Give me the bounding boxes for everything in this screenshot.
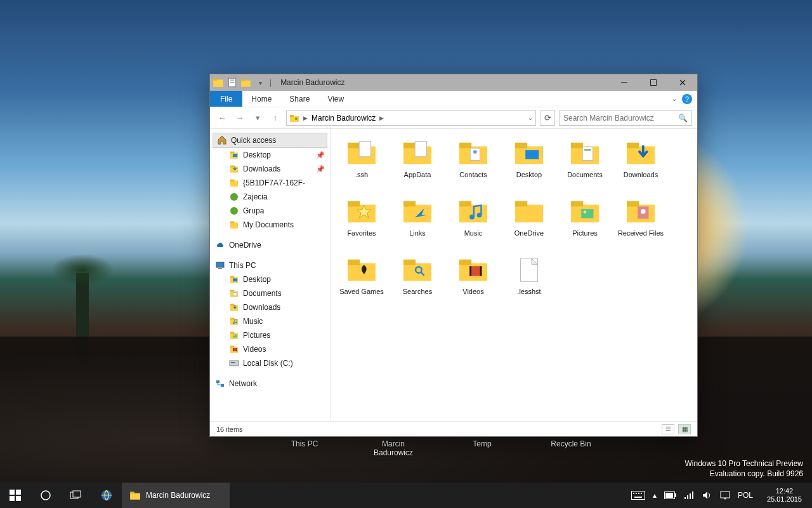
nav-this-pc[interactable]: This PC — [210, 258, 330, 272]
svg-rect-114 — [634, 497, 642, 498]
nav-this-pc-item[interactable]: Documents — [210, 286, 330, 300]
nav-back-button[interactable]: ← — [215, 111, 229, 125]
nav-this-pc-item[interactable]: Videos — [210, 342, 330, 356]
nav-this-pc-item[interactable]: Music — [210, 314, 330, 328]
svg-rect-23 — [216, 262, 224, 267]
nav-quick-access[interactable]: Quick access — [213, 133, 327, 148]
svg-rect-78 — [515, 204, 543, 222]
breadcrumb-separator-icon[interactable]: ▶ — [379, 115, 384, 121]
nav-network[interactable]: Network — [210, 377, 330, 391]
svg-rect-82 — [581, 209, 593, 218]
address-bar[interactable]: ▶ Marcin Badurowicz ▶ ⌄ — [286, 110, 536, 126]
folder-item[interactable]: Favorites — [334, 194, 389, 251]
search-input[interactable]: Search Marcin Badurowicz 🔍 — [559, 110, 692, 126]
touch-keyboard-icon[interactable] — [631, 491, 645, 500]
qat-new-folder-icon[interactable] — [240, 77, 252, 88]
svg-rect-89 — [348, 260, 360, 265]
folder-item[interactable]: Links — [390, 194, 445, 251]
desktop-icon-recycle-bin[interactable]: Recycle Bin — [546, 439, 596, 457]
refresh-button[interactable]: ⟳ — [540, 110, 555, 126]
svg-rect-111 — [636, 493, 637, 494]
task-view-button[interactable] — [61, 483, 91, 508]
nav-forward-button[interactable]: → — [233, 111, 247, 125]
cortana-search-button[interactable] — [30, 483, 61, 508]
nav-recent-button[interactable]: ▾ — [251, 111, 265, 125]
battery-icon[interactable] — [664, 491, 677, 499]
volume-icon[interactable] — [702, 491, 712, 500]
svg-rect-75 — [459, 201, 471, 207]
start-button[interactable] — [0, 483, 30, 508]
tab-home[interactable]: Home — [242, 91, 280, 107]
folder-item[interactable]: .lesshst — [502, 252, 556, 309]
tab-share[interactable]: Share — [280, 91, 318, 107]
nav-this-pc-item[interactable]: Downloads — [210, 300, 330, 314]
nav-quick-access-item[interactable]: {5B1DF7A7-162F- — [210, 176, 330, 190]
svg-rect-69 — [627, 143, 639, 149]
qat-properties-icon[interactable] — [226, 77, 238, 88]
minimize-button[interactable] — [610, 74, 639, 91]
nav-this-pc-item[interactable]: Pictures — [210, 328, 330, 342]
view-details-button[interactable]: ☰ — [662, 424, 674, 434]
svg-rect-91 — [403, 260, 416, 265]
nav-quick-access-item[interactable]: My Documents — [210, 218, 330, 232]
folder-item[interactable]: Videos — [446, 252, 501, 309]
desktop-icon-this-pc[interactable]: This PC — [279, 439, 330, 457]
help-icon[interactable]: ? — [682, 94, 692, 104]
svg-rect-8 — [651, 80, 657, 86]
nav-quick-access-item[interactable]: Desktop📌 — [210, 148, 330, 162]
svg-point-87 — [641, 209, 646, 214]
content-pane[interactable]: .sshAppDataContactsDesktopDocumentsDownl… — [331, 129, 697, 421]
nav-quick-access-item[interactable]: Zajecia — [210, 190, 330, 204]
desktop-icon-user-folder[interactable]: Marcin Badurowicz — [368, 439, 419, 457]
folder-item[interactable]: Contacts — [446, 135, 501, 192]
network-wifi-icon[interactable] — [684, 491, 695, 499]
taskbar-app-explorer-active[interactable]: Marcin Badurowicz — [122, 483, 230, 508]
tray-overflow-icon[interactable]: ▴ — [653, 491, 657, 500]
svg-rect-122 — [721, 491, 730, 498]
breadcrumb[interactable]: Marcin Badurowicz — [311, 114, 376, 123]
input-language-indicator[interactable]: POL — [738, 491, 753, 500]
nav-quick-access-item[interactable]: Grupa — [210, 204, 330, 218]
svg-rect-7 — [621, 82, 627, 83]
nav-this-pc-item[interactable]: Desktop — [210, 272, 330, 286]
received-icon — [625, 196, 656, 227]
breadcrumb-separator-icon[interactable]: ▶ — [303, 115, 308, 121]
action-center-icon[interactable] — [720, 491, 730, 500]
desktop-icon — [229, 274, 239, 284]
qat-customize-icon[interactable]: ▾ — [254, 77, 266, 88]
folder-item[interactable]: OneDrive — [502, 194, 556, 251]
this-pc-icon — [215, 260, 225, 271]
nav-onedrive[interactable]: OneDrive — [210, 238, 330, 252]
folder-item[interactable]: Saved Games — [334, 252, 389, 309]
folder-item[interactable]: AppData — [390, 135, 445, 192]
folder-item[interactable]: Searches — [390, 252, 445, 309]
svg-point-19 — [230, 193, 238, 201]
nav-quick-access-item[interactable]: Downloads📌 — [210, 162, 330, 176]
title-bar[interactable]: ▾ | Marcin Badurowicz — [210, 74, 697, 91]
svg-point-20 — [230, 207, 238, 215]
svg-rect-4 — [230, 82, 235, 83]
folder-item[interactable]: Desktop — [502, 135, 556, 192]
view-large-icons-button[interactable]: ▦ — [678, 424, 691, 434]
desktop-icon-temp[interactable]: Temp — [457, 439, 508, 457]
navigation-pane[interactable]: Quick access Desktop📌Downloads📌{5B1DF7A7… — [210, 129, 331, 421]
tab-view[interactable]: View — [318, 91, 353, 107]
nav-this-pc-item[interactable]: Local Disk (C:) — [210, 356, 330, 370]
taskbar-clock[interactable]: 12:42 25.01.2015 — [761, 487, 808, 504]
address-history-icon[interactable]: ⌄ — [528, 114, 533, 121]
folder-item[interactable]: Documents — [558, 135, 612, 192]
folder-item[interactable]: .ssh — [334, 135, 389, 192]
taskbar-app-ie[interactable] — [91, 483, 122, 508]
status-item-count: 16 items — [216, 425, 243, 433]
folder-item[interactable]: Downloads — [613, 135, 668, 192]
green-icon — [229, 192, 239, 202]
tab-file[interactable]: File — [210, 91, 242, 107]
ribbon-expand-icon[interactable]: ⌄ — [672, 95, 677, 102]
folder-item[interactable]: Music — [446, 194, 501, 251]
maximize-button[interactable] — [639, 74, 668, 91]
close-button[interactable] — [668, 74, 697, 91]
nav-up-button[interactable]: ↑ — [268, 111, 282, 125]
folder-item[interactable]: Pictures — [558, 194, 612, 251]
taskbar[interactable]: Marcin Badurowicz ▴ POL 12:42 25.01.2015 — [0, 483, 812, 508]
folder-item[interactable]: Received Files — [613, 194, 668, 251]
